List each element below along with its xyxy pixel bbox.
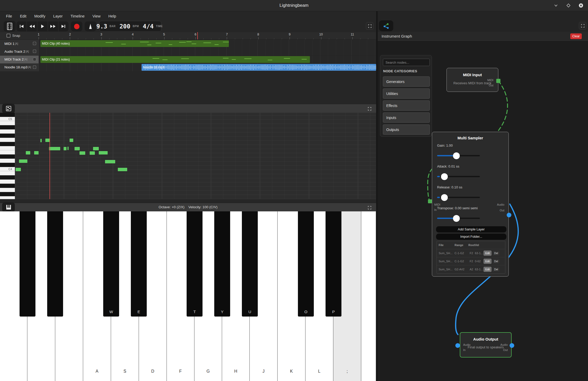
- pianoroll-expand-button[interactable]: [366, 105, 373, 112]
- track-checkbox[interactable]: [33, 66, 36, 69]
- category-effects[interactable]: Effects: [383, 100, 430, 111]
- track-row[interactable]: MIDI Clip (21 notes)MIDI Track 2[A]: [0, 56, 376, 63]
- midi-note[interactable]: [34, 151, 39, 154]
- menu-help[interactable]: Help: [105, 13, 120, 20]
- delete-sample-button[interactable]: Del: [493, 267, 500, 272]
- black-key[interactable]: Y: [214, 211, 230, 317]
- category-utilities[interactable]: Utilities: [383, 88, 430, 99]
- midi-note[interactable]: [79, 151, 85, 155]
- param-slider[interactable]: [437, 197, 480, 198]
- mini-white-key[interactable]: [0, 159, 15, 163]
- track-name-panel[interactable]: Audio Track 2[A]: [0, 47, 39, 55]
- white-key[interactable]: [361, 211, 376, 381]
- mini-white-key[interactable]: [0, 138, 15, 142]
- track-name-panel[interactable]: Noodle 18.mp3[A]: [0, 63, 39, 71]
- timeline-expand-button[interactable]: [366, 22, 373, 30]
- slider-thumb[interactable]: [453, 215, 460, 222]
- track-checkbox[interactable]: [33, 50, 36, 53]
- mini-black-key[interactable]: [0, 175, 15, 180]
- black-key[interactable]: P: [326, 211, 341, 317]
- menu-timeline[interactable]: Timeline: [66, 13, 88, 20]
- rewind-button[interactable]: [27, 21, 37, 31]
- midi-note[interactable]: [19, 159, 27, 163]
- menu-view[interactable]: View: [89, 13, 105, 20]
- track-checkbox[interactable]: [33, 42, 36, 45]
- slider-thumb[interactable]: [441, 194, 448, 201]
- track-lane[interactable]: Noodle 18.mp3: [39, 63, 376, 71]
- menu-modify[interactable]: Modify: [30, 13, 49, 20]
- close-icon[interactable]: [578, 2, 584, 9]
- black-key[interactable]: W: [103, 211, 119, 317]
- mini-black-key[interactable]: [0, 125, 15, 129]
- edit-sample-button[interactable]: Edit: [483, 267, 492, 272]
- midi-note[interactable]: [70, 139, 73, 142]
- track-checkbox[interactable]: [33, 58, 36, 61]
- midi-note[interactable]: [16, 168, 21, 171]
- midi-note[interactable]: [99, 151, 108, 154]
- track-name-panel[interactable]: MIDI Track 2[A]: [0, 56, 39, 63]
- clear-graph-button[interactable]: Clear: [570, 33, 582, 39]
- midi-note[interactable]: [49, 147, 60, 150]
- edit-sample-button[interactable]: Edit: [483, 251, 492, 256]
- timeline-view-button[interactable]: [4, 21, 16, 32]
- mini-white-key[interactable]: [0, 196, 15, 199]
- edit-sample-button[interactable]: Edit: [483, 259, 492, 264]
- mini-white-key[interactable]: [0, 180, 15, 184]
- midi-note[interactable]: [118, 168, 127, 171]
- timeline-playhead[interactable]: [197, 32, 198, 39]
- black-key[interactable]: O: [298, 211, 314, 317]
- skip-end-button[interactable]: [58, 21, 69, 31]
- keyboard-expand-button[interactable]: [366, 204, 373, 211]
- midi-clip[interactable]: MIDI Clip (40 notes): [40, 40, 229, 47]
- maximize-icon[interactable]: [565, 2, 572, 9]
- midi-note[interactable]: [45, 139, 50, 142]
- snap-checkbox[interactable]: [7, 34, 10, 38]
- graph-canvas[interactable]: NODE CATEGORIES GeneratorsUtilitiesEffec…: [378, 41, 588, 381]
- mini-black-key[interactable]: [0, 192, 15, 196]
- minimize-icon[interactable]: [553, 2, 559, 9]
- mini-black-key[interactable]: [0, 142, 15, 146]
- black-key[interactable]: [47, 211, 63, 317]
- node-midi-input[interactable]: MIDI Input Receives MIDI from track MIDI…: [446, 68, 498, 92]
- slider-thumb[interactable]: [453, 152, 460, 159]
- graph-expand-button[interactable]: [579, 22, 586, 29]
- mini-white-key[interactable]: [0, 150, 15, 154]
- timeline-ruler[interactable]: Snap 1234567891011: [0, 32, 376, 40]
- midi-note[interactable]: [90, 151, 95, 155]
- mini-white-key[interactable]: C5: [0, 117, 15, 121]
- category-outputs[interactable]: Outputs: [383, 124, 430, 135]
- pianoroll-playhead[interactable]: [50, 113, 50, 199]
- delete-sample-button[interactable]: Del: [493, 251, 500, 256]
- midi-note[interactable]: [75, 147, 80, 150]
- sample-row[interactable]: Sum_SH...C-1-G2F20-62EditDel: [437, 257, 505, 265]
- mini-white-key[interactable]: [0, 146, 15, 150]
- midi-clip[interactable]: MIDI Clip (21 notes): [40, 56, 310, 63]
- fast-forward-button[interactable]: [48, 21, 58, 31]
- track-row[interactable]: MIDI Clip (40 notes)MIDI 1[A]: [0, 40, 376, 47]
- multi-sampler-audio-out-port[interactable]: [507, 213, 511, 217]
- metronome-button[interactable]: [85, 21, 96, 31]
- audio-output-out-port[interactable]: [510, 343, 514, 348]
- track-lane[interactable]: MIDI Clip (21 notes): [39, 56, 376, 63]
- sample-row[interactable]: Sum_SH...C-1-G2F263-1...EditDel: [437, 249, 505, 257]
- pianoroll[interactable]: C5C4: [0, 113, 376, 199]
- audio-output-in-port[interactable]: [455, 343, 460, 348]
- track-name-panel[interactable]: MIDI 1[A]: [0, 40, 39, 47]
- midi-note[interactable]: [64, 147, 66, 150]
- black-key[interactable]: E: [131, 211, 147, 317]
- mini-white-key[interactable]: [0, 129, 15, 134]
- midi-note[interactable]: [26, 151, 30, 154]
- mini-black-key[interactable]: [0, 113, 15, 117]
- menu-file[interactable]: File: [2, 13, 16, 20]
- delete-sample-button[interactable]: Del: [493, 259, 500, 264]
- category-inputs[interactable]: Inputs: [383, 112, 430, 123]
- mini-black-key[interactable]: [0, 184, 15, 188]
- graph-view-button[interactable]: [379, 20, 393, 31]
- pianoroll-key-column[interactable]: C5C4: [0, 113, 15, 199]
- mini-black-key[interactable]: [0, 134, 15, 138]
- play-button[interactable]: [37, 21, 48, 31]
- param-slider[interactable]: [437, 155, 480, 156]
- mini-black-key[interactable]: [0, 154, 15, 159]
- track-lane[interactable]: [39, 47, 376, 55]
- import-folder-button[interactable]: Import Folder...: [436, 234, 506, 240]
